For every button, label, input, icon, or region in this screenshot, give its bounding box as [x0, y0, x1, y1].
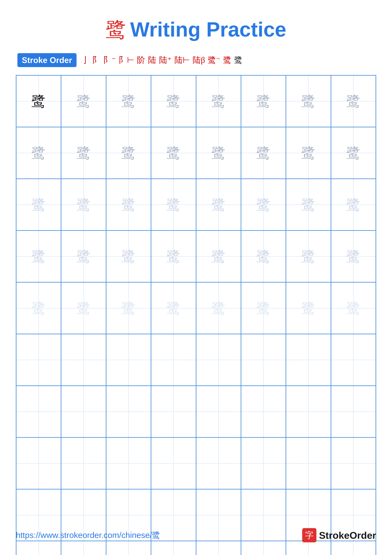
- grid-cell[interactable]: [286, 438, 331, 489]
- grid-cell[interactable]: [61, 386, 106, 438]
- grid-cell[interactable]: [61, 541, 106, 555]
- grid-cell[interactable]: 鹭: [286, 127, 331, 179]
- cell-character: 鹭: [346, 301, 361, 315]
- grid-cell[interactable]: 鹭: [106, 179, 151, 231]
- cell-character: 鹭: [31, 301, 46, 315]
- cell-character: 鹭: [77, 146, 91, 160]
- grid-cell[interactable]: 鹭: [286, 231, 331, 282]
- grid-cell[interactable]: 鹭: [241, 231, 286, 282]
- grid-cell[interactable]: 鹭: [331, 231, 376, 282]
- grid-cell[interactable]: [196, 541, 241, 555]
- stroke-step-7: 陆⁺: [159, 55, 171, 66]
- grid-cell[interactable]: [196, 334, 241, 386]
- cell-character: 鹭: [77, 94, 91, 108]
- grid-cell[interactable]: 鹭: [286, 282, 331, 334]
- footer-logo-text: StrokeOrder: [319, 530, 376, 541]
- grid-cell[interactable]: 鹭: [106, 282, 151, 334]
- grid-cell[interactable]: [241, 334, 286, 386]
- grid-cell[interactable]: 鹭: [331, 179, 376, 231]
- grid-cell[interactable]: 鹭: [61, 75, 106, 127]
- grid-cell[interactable]: 鹭: [241, 282, 286, 334]
- grid-cell[interactable]: [286, 334, 331, 386]
- grid-cell[interactable]: [241, 438, 286, 489]
- grid-cell[interactable]: 鹭: [196, 179, 241, 231]
- grid-cell[interactable]: 鹭: [151, 231, 196, 282]
- stroke-order-row: Stroke Order 亅 阝 阝⁻ 阝⊢ 阶 陆 陆⁺ 陆⊢ 陆β 鹭⁻ 鹭…: [16, 53, 376, 67]
- grid-cell[interactable]: [61, 438, 106, 489]
- grid-cell[interactable]: [331, 334, 376, 386]
- grid-cell[interactable]: 鹭: [241, 179, 286, 231]
- grid-cell[interactable]: 鹭: [16, 282, 61, 334]
- grid-cell[interactable]: 鹭: [151, 75, 196, 127]
- grid-cell[interactable]: 鹭: [61, 231, 106, 282]
- stroke-steps: 亅 阝 阝⁻ 阝⊢ 阶 陆 陆⁺ 陆⊢ 陆β 鹭⁻ 鹭 鹭: [81, 55, 242, 66]
- grid-cell[interactable]: 鹭: [16, 127, 61, 179]
- grid-cell[interactable]: 鹭: [16, 179, 61, 231]
- grid-cell[interactable]: 鹭: [151, 179, 196, 231]
- grid-cell[interactable]: 鹭: [61, 127, 106, 179]
- grid-cell[interactable]: [286, 541, 331, 555]
- grid-cell[interactable]: 鹭: [61, 179, 106, 231]
- grid-cell[interactable]: 鹭: [106, 75, 151, 127]
- grid-cell[interactable]: [196, 386, 241, 438]
- grid-cell[interactable]: [16, 334, 61, 386]
- grid-cell[interactable]: [106, 386, 151, 438]
- grid-cell[interactable]: [241, 541, 286, 555]
- grid-cell[interactable]: 鹭: [16, 231, 61, 282]
- cell-character: 鹭: [301, 249, 315, 263]
- grid-cell[interactable]: [331, 386, 376, 438]
- grid-cell[interactable]: 鹭: [331, 282, 376, 334]
- grid-cell[interactable]: [196, 438, 241, 489]
- grid-cell[interactable]: 鹭: [106, 127, 151, 179]
- grid-cell[interactable]: 鹭: [331, 127, 376, 179]
- cell-character: 鹭: [346, 146, 361, 160]
- grid-cell[interactable]: 鹭: [106, 231, 151, 282]
- grid-cell[interactable]: 鹭: [196, 127, 241, 179]
- grid-cell[interactable]: [331, 541, 376, 555]
- title-english: Writing Practice: [130, 18, 286, 41]
- cell-character: 鹭: [31, 146, 46, 160]
- grid-cell[interactable]: [331, 438, 376, 489]
- grid-cell[interactable]: 鹭: [196, 282, 241, 334]
- stroke-step-10: 鹭⁻: [208, 55, 220, 66]
- grid-cell[interactable]: 鹭: [286, 75, 331, 127]
- cell-character: 鹭: [256, 197, 271, 212]
- grid-cell[interactable]: 鹭: [331, 75, 376, 127]
- grid-cell[interactable]: [241, 386, 286, 438]
- cell-character: 鹭: [346, 197, 361, 212]
- grid-cell[interactable]: [286, 386, 331, 438]
- cell-character: 鹭: [256, 249, 271, 263]
- grid-cell[interactable]: [106, 541, 151, 555]
- grid-cell[interactable]: 鹭: [241, 75, 286, 127]
- grid-cell[interactable]: [151, 438, 196, 489]
- grid-cell[interactable]: 鹭: [151, 127, 196, 179]
- grid-cell[interactable]: 鹭: [196, 231, 241, 282]
- grid-cell[interactable]: [16, 541, 61, 555]
- cell-character: 鹭: [77, 249, 91, 263]
- grid-cell[interactable]: 鹭: [241, 127, 286, 179]
- grid-cell[interactable]: [151, 334, 196, 386]
- stroke-step-11: 鹭: [223, 55, 231, 66]
- footer: https://www.strokeorder.com/chinese/鹭 字 …: [16, 528, 376, 542]
- grid-cell[interactable]: 鹭: [16, 75, 61, 127]
- cell-character: 鹭: [31, 249, 46, 263]
- grid-cell[interactable]: [106, 438, 151, 489]
- title-area: 鹭 Writing Practice: [16, 16, 376, 44]
- stroke-step-6: 陆: [148, 55, 156, 66]
- grid-cell[interactable]: 鹭: [61, 282, 106, 334]
- grid-cell[interactable]: [16, 386, 61, 438]
- stroke-step-8: 陆⊢: [174, 55, 190, 66]
- cell-character: 鹭: [346, 94, 361, 108]
- grid-cell[interactable]: 鹭: [286, 179, 331, 231]
- grid-cell[interactable]: [16, 438, 61, 489]
- grid-cell[interactable]: [61, 334, 106, 386]
- footer-logo: 字 StrokeOrder: [302, 528, 376, 542]
- grid-cell[interactable]: [106, 334, 151, 386]
- cell-character: 鹭: [77, 197, 91, 212]
- grid-cell[interactable]: 鹭: [196, 75, 241, 127]
- grid-cell[interactable]: [151, 386, 196, 438]
- grid-cell[interactable]: [151, 541, 196, 555]
- grid-cell[interactable]: 鹭: [151, 282, 196, 334]
- cell-character: 鹭: [121, 197, 136, 212]
- cell-character: 鹭: [346, 249, 361, 263]
